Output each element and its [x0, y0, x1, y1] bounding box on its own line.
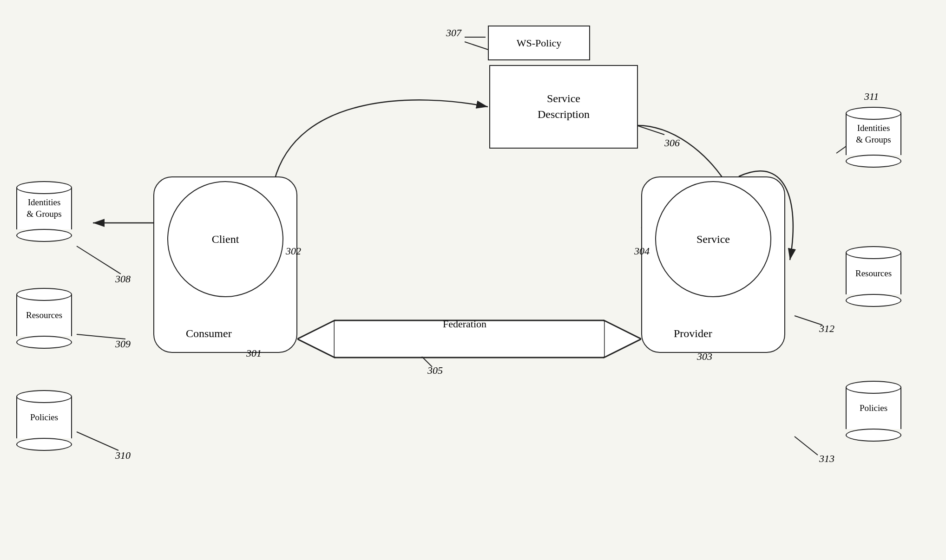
federation-label: Federation: [414, 318, 516, 330]
arrows-overlay: [0, 0, 946, 560]
svg-line-7: [795, 436, 818, 455]
right-identities-label: Identities& Groups: [851, 123, 895, 145]
svg-line-2: [77, 246, 121, 274]
diagram: WS-Policy 307 ServiceDescription 306 Cli…: [0, 0, 946, 560]
svg-marker-17: [604, 320, 641, 358]
ref-302: 302: [286, 245, 301, 257]
left-policies-cylinder: Policies: [16, 390, 72, 451]
ref-310: 310: [115, 449, 131, 462]
svg-marker-16: [297, 320, 335, 358]
ref-309: 309: [115, 338, 131, 350]
svg-line-4: [77, 432, 118, 450]
service-description-box: ServiceDescription: [489, 65, 638, 149]
ref-308: 308: [115, 273, 131, 285]
ref-301: 301: [246, 347, 262, 359]
svg-line-12: [404, 339, 432, 367]
consumer-label: Consumer: [186, 327, 232, 340]
left-identities-label: Identities& Groups: [22, 197, 66, 220]
service-circle: Service: [655, 181, 771, 297]
svg-line-6: [795, 316, 822, 325]
ref-312: 312: [819, 323, 834, 335]
client-label: Client: [212, 233, 239, 246]
ws-policy-box: WS-Policy: [488, 26, 590, 60]
service-description-label: ServiceDescription: [538, 91, 590, 122]
ws-policy-label: WS-Policy: [517, 37, 562, 49]
right-identities-cylinder: Identities& Groups: [846, 107, 901, 168]
left-policies-label: Policies: [26, 412, 63, 423]
right-resources-cylinder: Resources: [846, 246, 901, 307]
ref-307: 307: [446, 27, 461, 39]
right-policies-label: Policies: [855, 403, 892, 414]
service-label: Service: [696, 233, 730, 246]
ref-303: 303: [697, 351, 712, 363]
ref-306: 306: [664, 137, 680, 149]
provider-label: Provider: [674, 327, 712, 340]
left-identities-cylinder: Identities& Groups: [16, 181, 72, 242]
ref-305: 305: [427, 365, 443, 377]
left-resources-cylinder: Resources: [16, 288, 72, 349]
svg-line-14: [637, 125, 664, 135]
client-circle: Client: [167, 181, 283, 297]
ref-304: 304: [634, 245, 650, 257]
ref-311: 311: [864, 91, 879, 103]
ref-313: 313: [819, 453, 834, 465]
right-resources-label: Resources: [851, 268, 896, 280]
right-policies-cylinder: Policies: [846, 381, 901, 442]
left-resources-label: Resources: [21, 310, 67, 321]
